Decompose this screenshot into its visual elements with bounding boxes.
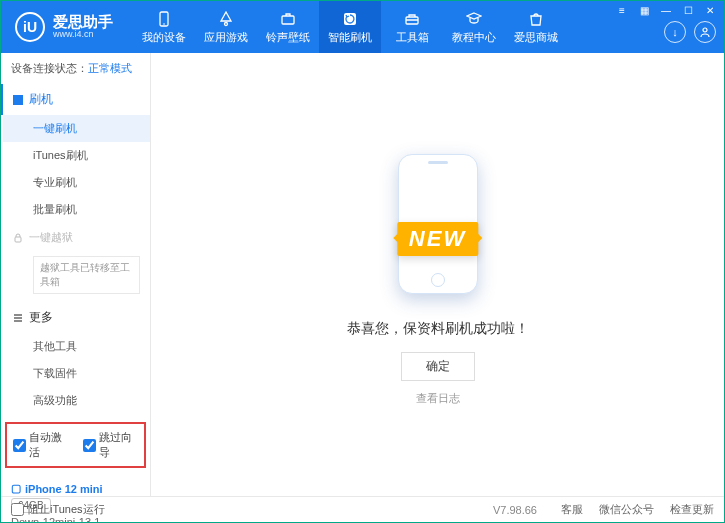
sidebar-item-onekey-flash[interactable]: 一键刷机	[3, 115, 150, 142]
sidebar-item-itunes-flash[interactable]: iTunes刷机	[3, 142, 150, 169]
nav-toolbox[interactable]: 工具箱	[381, 1, 443, 53]
download-button[interactable]: ↓	[664, 21, 686, 43]
checkbox-auto-activate[interactable]: 自动激活	[13, 430, 69, 460]
version-label: V7.98.66	[493, 504, 537, 516]
app-url: www.i4.cn	[53, 30, 113, 40]
new-badge: NEW	[397, 222, 478, 256]
ok-button[interactable]: 确定	[401, 352, 475, 381]
nav-store[interactable]: 爱思商城	[505, 1, 567, 53]
footer-link-support[interactable]: 客服	[561, 502, 583, 517]
view-log-link[interactable]: 查看日志	[416, 391, 460, 406]
more-icon	[13, 313, 23, 323]
sidebar-item-advanced[interactable]: 高级功能	[3, 387, 150, 414]
flash-options-highlight: 自动激活 跳过向导	[5, 422, 146, 468]
logo: iU 爱思助手 www.i4.cn	[1, 12, 127, 42]
nav-ringtones[interactable]: 铃声壁纸	[257, 1, 319, 53]
close-button[interactable]: ✕	[700, 3, 720, 17]
device-name[interactable]: iPhone 12 mini	[11, 482, 140, 495]
menu-button[interactable]: ≡	[612, 3, 632, 17]
sidebar-item-batch-flash[interactable]: 批量刷机	[3, 196, 150, 223]
nav-my-device[interactable]: 我的设备	[133, 1, 195, 53]
footer-link-update[interactable]: 检查更新	[670, 502, 714, 517]
svg-rect-8	[15, 237, 21, 242]
sidebar-item-pro-flash[interactable]: 专业刷机	[3, 169, 150, 196]
nav-tutorials[interactable]: 教程中心	[443, 1, 505, 53]
success-message: 恭喜您，保资料刷机成功啦！	[347, 320, 529, 338]
svg-rect-7	[13, 95, 23, 105]
lock-icon	[13, 233, 23, 243]
phone-icon	[155, 10, 173, 28]
window-controls: ≡ ▦ — ☐ ✕	[612, 3, 720, 17]
app-name: 爱思助手	[53, 14, 113, 31]
main-nav: 我的设备 应用游戏 铃声壁纸 智能刷机 工具箱 教程中心 爱思商城	[133, 1, 567, 53]
flash-icon	[13, 95, 23, 105]
sidebar-item-download-fw[interactable]: 下载固件	[3, 360, 150, 387]
academic-icon	[465, 10, 483, 28]
section-jailbreak: 一键越狱	[3, 223, 150, 252]
section-more[interactable]: 更多	[3, 302, 150, 333]
maximize-button[interactable]: ☐	[678, 3, 698, 17]
sidebar: 设备连接状态：正常模式 刷机 一键刷机 iTunes刷机 专业刷机 批量刷机 一…	[1, 53, 151, 496]
sidebar-item-other-tools[interactable]: 其他工具	[3, 333, 150, 360]
bag-icon	[527, 10, 545, 28]
account-button[interactable]	[694, 21, 716, 43]
minimize-button[interactable]: —	[656, 3, 676, 17]
nav-apps[interactable]: 应用游戏	[195, 1, 257, 53]
logo-icon: iU	[15, 12, 45, 42]
section-flash[interactable]: 刷机	[1, 84, 150, 115]
checkbox-block-itunes[interactable]: 阻止iTunes运行	[11, 502, 105, 517]
success-illustration: NEW	[353, 144, 523, 294]
nav-flash[interactable]: 智能刷机	[319, 1, 381, 53]
svg-point-1	[163, 23, 165, 25]
title-bar: iU 爱思助手 www.i4.cn 我的设备 应用游戏 铃声壁纸 智能刷机 工具…	[1, 1, 724, 53]
svg-rect-3	[282, 16, 294, 24]
checkbox-skip-wizard[interactable]: 跳过向导	[83, 430, 139, 460]
main-panel: NEW 恭喜您，保资料刷机成功啦！ 确定 查看日志	[151, 53, 724, 496]
jailbreak-note: 越狱工具已转移至工具箱	[33, 256, 140, 294]
skin-button[interactable]: ▦	[634, 3, 654, 17]
footer-link-wechat[interactable]: 微信公众号	[599, 502, 654, 517]
connection-status: 设备连接状态：正常模式	[1, 53, 150, 84]
svg-point-6	[703, 28, 707, 32]
refresh-icon	[341, 10, 359, 28]
briefcase-icon	[279, 10, 297, 28]
apps-icon	[217, 10, 235, 28]
toolbox-icon	[403, 10, 421, 28]
svg-point-2	[225, 22, 228, 25]
status-bar: 阻止iTunes运行 V7.98.66 客服 微信公众号 检查更新	[1, 496, 724, 522]
